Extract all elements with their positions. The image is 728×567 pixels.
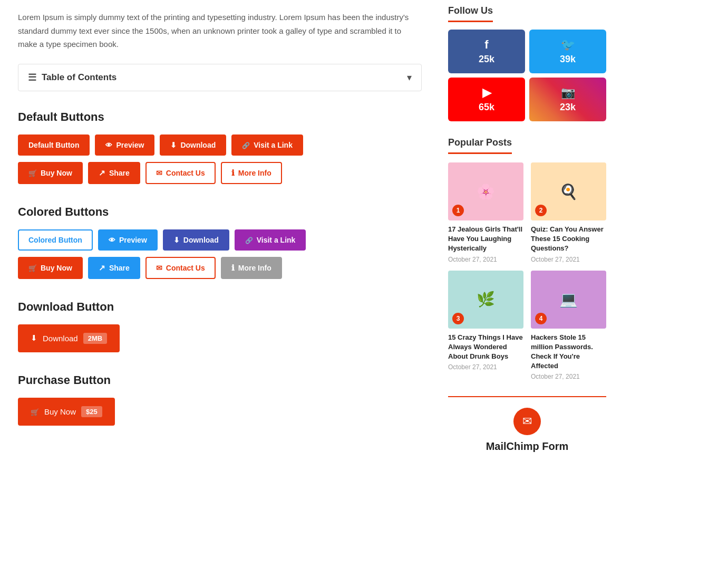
social-grid: f 25k 🐦 39k ▶ 65k 📷 23k bbox=[448, 30, 606, 121]
download-special-icon bbox=[31, 333, 37, 343]
toc-chevron-icon: ▾ bbox=[407, 72, 412, 83]
colored-contact-button[interactable]: Contact Us bbox=[145, 257, 216, 279]
colored-moreinfo-button[interactable]: More Info bbox=[221, 257, 282, 279]
post-num-3: 3 bbox=[452, 313, 464, 324]
download-button-default[interactable]: Download bbox=[160, 134, 226, 156]
default-buttons-row1: Default Button Preview Download Visit a … bbox=[18, 134, 422, 156]
info-icon-colored bbox=[231, 263, 235, 273]
post-title-2: Quiz: Can You Answer These 15 Cooking Qu… bbox=[531, 225, 606, 254]
purchase-button[interactable]: Buy Now $25 bbox=[18, 398, 115, 426]
facebook-count: 25k bbox=[479, 54, 494, 65]
default-buttons-row2: Buy Now Share Contact Us More Info bbox=[18, 162, 422, 184]
colored-buynow-button[interactable]: Buy Now bbox=[18, 257, 83, 279]
download-icon bbox=[170, 141, 177, 149]
download-button-section: Download Button Download 2MB bbox=[18, 300, 422, 352]
twitter-icon: 🐦 bbox=[561, 38, 575, 52]
eye-icon bbox=[105, 141, 112, 149]
post-title-1: 17 Jealous Girls That'll Have You Laughi… bbox=[448, 225, 523, 254]
post-img-wrap-3: 🌿 3 bbox=[448, 271, 523, 329]
toc-list-icon: ☰ bbox=[28, 72, 36, 83]
mail-icon: ✉ bbox=[522, 415, 532, 428]
post-img-wrap-1: 🌸 1 bbox=[448, 162, 523, 220]
download-badge: 2MB bbox=[83, 333, 107, 344]
mailchimp-title: MailChimp Form bbox=[448, 440, 606, 453]
post-num-2: 2 bbox=[535, 205, 547, 216]
default-button[interactable]: Default Button bbox=[18, 134, 90, 156]
post-title-4: Hackers Stole 15 million Passwords. Chec… bbox=[531, 333, 606, 371]
colored-button[interactable]: Colored Button bbox=[18, 229, 93, 251]
preview-button[interactable]: Preview bbox=[95, 134, 154, 156]
post-img-wrap-4: 💻 4 bbox=[531, 271, 606, 329]
toc-box[interactable]: ☰ Table of Contents ▾ bbox=[18, 64, 422, 91]
toc-label: Table of Contents bbox=[42, 72, 117, 83]
popular-posts-title: Popular Posts bbox=[448, 137, 512, 154]
intro-text: Lorem Ipsum is simply dummy text of the … bbox=[18, 11, 422, 51]
envelope-icon bbox=[156, 169, 162, 177]
instagram-button[interactable]: 📷 23k bbox=[529, 78, 606, 121]
post-date-2: October 27, 2021 bbox=[531, 256, 606, 263]
follow-us-title: Follow Us bbox=[448, 5, 493, 22]
more-info-button-default[interactable]: More Info bbox=[221, 162, 282, 184]
colored-share-button[interactable]: Share bbox=[88, 257, 140, 279]
colored-preview-button[interactable]: Preview bbox=[98, 229, 158, 251]
youtube-count: 65k bbox=[479, 102, 494, 113]
post-num-4: 4 bbox=[535, 313, 547, 324]
share-icon-colored bbox=[99, 263, 105, 273]
twitter-count: 39k bbox=[560, 54, 576, 65]
purchase-badge: $25 bbox=[81, 406, 102, 417]
post-card-2[interactable]: 🍳 2 Quiz: Can You Answer These 15 Cookin… bbox=[531, 162, 606, 263]
post-num-1: 1 bbox=[452, 205, 464, 216]
eye-icon-colored bbox=[109, 236, 115, 244]
post-date-4: October 27, 2021 bbox=[531, 373, 606, 380]
share-icon bbox=[99, 168, 105, 178]
instagram-count: 23k bbox=[560, 102, 576, 113]
posts-grid: 🌸 1 17 Jealous Girls That'll Have You La… bbox=[448, 162, 606, 380]
cart-icon-purchase bbox=[31, 407, 39, 416]
mailchimp-section: ✉ MailChimp Form bbox=[448, 396, 606, 453]
contact-us-button-default[interactable]: Contact Us bbox=[145, 162, 216, 184]
colored-buttons-row2: Buy Now Share Contact Us More Info bbox=[18, 257, 422, 279]
post-img-wrap-2: 🍳 2 bbox=[531, 162, 606, 220]
post-card-4[interactable]: 💻 4 Hackers Stole 15 million Passwords. … bbox=[531, 271, 606, 381]
link-icon bbox=[242, 141, 250, 149]
post-card-3[interactable]: 🌿 3 15 Crazy Things I Have Always Wonder… bbox=[448, 271, 523, 381]
cart-icon-colored bbox=[28, 264, 37, 272]
colored-buttons-heading: Colored Buttons bbox=[18, 205, 422, 219]
cart-icon bbox=[28, 169, 37, 177]
envelope-icon-colored bbox=[156, 264, 162, 272]
youtube-icon: ▶ bbox=[482, 86, 491, 100]
mailchimp-divider bbox=[448, 396, 606, 397]
mailchimp-icon-wrap: ✉ bbox=[448, 408, 606, 435]
sidebar: Follow Us f 25k 🐦 39k ▶ 65k 📷 23k bbox=[438, 0, 617, 474]
purchase-button-heading: Purchase Button bbox=[18, 373, 422, 387]
post-card-1[interactable]: 🌸 1 17 Jealous Girls That'll Have You La… bbox=[448, 162, 523, 263]
buy-now-button-default[interactable]: Buy Now bbox=[18, 162, 83, 184]
mailchimp-icon: ✉ bbox=[513, 408, 541, 435]
colored-buttons-section: Colored Buttons Colored Button Preview D… bbox=[18, 205, 422, 279]
download-icon-colored bbox=[173, 236, 180, 244]
post-date-3: October 27, 2021 bbox=[448, 363, 523, 371]
post-date-1: October 27, 2021 bbox=[448, 256, 523, 263]
download-special-button[interactable]: Download 2MB bbox=[18, 324, 120, 352]
colored-buttons-row1: Colored Button Preview Download Visit a … bbox=[18, 229, 422, 251]
popular-posts-section: Popular Posts 🌸 1 17 Jealous Girls That'… bbox=[448, 137, 606, 380]
instagram-icon: 📷 bbox=[561, 86, 575, 100]
purchase-button-section: Purchase Button Buy Now $25 bbox=[18, 373, 422, 426]
info-icon bbox=[231, 168, 235, 178]
post-title-3: 15 Crazy Things I Have Always Wondered A… bbox=[448, 333, 523, 362]
facebook-button[interactable]: f 25k bbox=[448, 30, 525, 73]
share-button-default[interactable]: Share bbox=[88, 162, 140, 184]
link-icon-colored bbox=[245, 236, 253, 244]
visit-link-button[interactable]: Visit a Link bbox=[231, 134, 303, 156]
default-buttons-section: Default Buttons Default Button Preview D… bbox=[18, 110, 422, 184]
colored-download-button[interactable]: Download bbox=[163, 229, 229, 251]
twitter-button[interactable]: 🐦 39k bbox=[529, 30, 606, 73]
colored-visit-button[interactable]: Visit a Link bbox=[235, 229, 306, 251]
facebook-icon: f bbox=[484, 38, 488, 52]
youtube-button[interactable]: ▶ 65k bbox=[448, 78, 525, 121]
download-button-heading: Download Button bbox=[18, 300, 422, 314]
follow-us-section: Follow Us f 25k 🐦 39k ▶ 65k 📷 23k bbox=[448, 5, 606, 121]
default-buttons-heading: Default Buttons bbox=[18, 110, 422, 124]
